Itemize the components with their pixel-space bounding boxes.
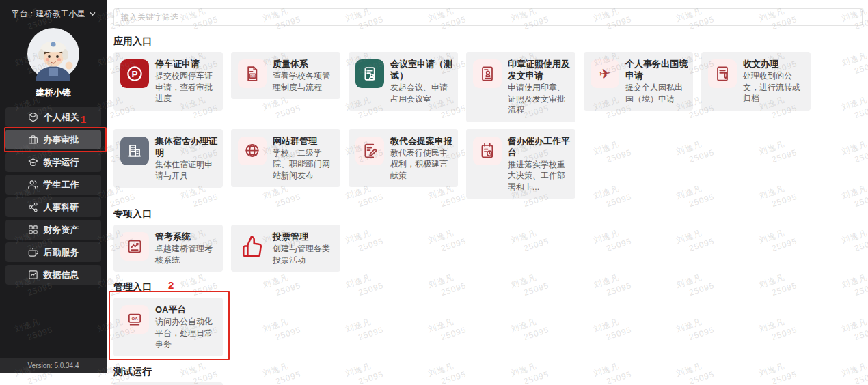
card-title: 质量体系	[273, 58, 336, 70]
main-content: 应用入口P停车证申请提交校园停车证申请，查看审批进度ISO质量体系查看学校各项管…	[107, 0, 868, 385]
stamp-icon	[473, 59, 502, 88]
card-desc: 学校、二级学院、职能部门网站新闻发布	[273, 147, 336, 182]
iso-icon: ISO	[238, 59, 267, 88]
sidebar-item-approval[interactable]: 办事审批1	[5, 130, 101, 149]
app-card-oa-platform[interactable]: OAOA平台访问办公自动化平台，处理日常事务	[113, 298, 223, 356]
sidebar-item-personal[interactable]: 个人相关	[5, 107, 101, 127]
app-card-vote-management[interactable]: 投票管理创建与管理各类投票活动	[231, 225, 340, 272]
grid-icon	[28, 225, 38, 235]
plane-icon: ✈	[591, 59, 619, 88]
app-card-assessment-system[interactable]: 管考系统卓越建桥管理考核系统	[113, 225, 223, 272]
card-desc: 访问办公自动化平台，处理日常事务	[155, 316, 219, 350]
sidebar: 平台：建桥教工小星	[0, 0, 107, 373]
supervise-icon	[473, 137, 502, 165]
sidebar-item-finance[interactable]: 财务资产	[5, 220, 101, 240]
app-card-incoming-docs[interactable]: 收文办理处理收到的公文，进行流转或归档	[701, 52, 811, 111]
card-desc: 提交校园停车证申请，查看审批进度	[155, 70, 219, 104]
globe-icon: SJU	[238, 137, 267, 165]
vote-icon	[238, 232, 267, 261]
chart-icon	[28, 270, 38, 280]
sections-container: 应用入口P停车证申请提交校园停车证申请，查看审批进度ISO质量体系查看学校各项管…	[113, 35, 863, 385]
sidebar-item-label: 数据信息	[44, 269, 79, 281]
card-desc: 卓越建桥管理考核系统	[155, 243, 219, 266]
card-title: 网站群管理	[273, 135, 336, 147]
avatar	[26, 27, 81, 81]
user-name: 建桥小锋	[0, 87, 107, 99]
assessment-icon	[120, 232, 149, 261]
section-app-entry: 应用入口P停车证申请提交校园停车证申请，查看审批进度ISO质量体系查看学校各项管…	[113, 35, 863, 199]
card-title: 督办催办工作平台	[508, 135, 571, 158]
version-label: Version: 5.0.34.4	[0, 358, 107, 373]
receive-icon	[708, 59, 737, 88]
sidebar-menu: 个人相关办事审批1教学运行学生工作人事科研财务资产后勤服务数据信息	[0, 107, 107, 285]
card-desc: 申请使用印章、证照及发文审批流程	[508, 82, 571, 116]
app-card-website-group[interactable]: SJU网站群管理学校、二级学院、职能部门网站新闻发布	[231, 129, 340, 188]
section-title: 测试运行	[113, 366, 863, 377]
sidebar-item-data-info[interactable]: 数据信息	[5, 265, 101, 285]
card-title: 停车证申请	[155, 58, 219, 70]
app-card-parking-permit[interactable]: P停车证申请提交校园停车证申请，查看审批进度	[113, 52, 223, 111]
card-title: OA平台	[155, 304, 219, 315]
gradcap-icon	[28, 157, 38, 167]
app-card-seal-documents[interactable]: 印章证照使用及发文申请申请使用印章、证照及发文审批流程	[466, 52, 575, 122]
cube-icon	[28, 112, 38, 122]
share-icon	[28, 202, 38, 212]
section-admin-entry: 管理入口OAOA平台访问办公自动化平台，处理日常事务2	[113, 281, 863, 356]
card-desc: 处理收到的公文，进行流转或归档	[743, 70, 806, 104]
search-input[interactable]	[113, 8, 863, 26]
card-desc: 发起会议、申请占用会议室	[390, 82, 454, 104]
building-icon	[120, 137, 149, 165]
platform-selector[interactable]: 平台：建桥教工小星	[0, 0, 107, 20]
sidebar-item-label: 办事审批	[44, 134, 79, 146]
card-title: 集体宿舍办理证明	[155, 135, 219, 158]
oa-icon: OA	[120, 305, 149, 334]
card-title: 个人事务出国境申请	[625, 58, 689, 81]
sidebar-item-label: 教学运行	[44, 156, 79, 169]
card-desc: 提交个人因私出国（境）申请	[625, 82, 689, 104]
sidebar-item-hr-research[interactable]: 人事科研	[5, 197, 101, 217]
card-title: 投票管理	[273, 231, 336, 242]
chevron-down-icon	[90, 12, 96, 16]
sidebar-item-label: 个人相关	[44, 111, 79, 124]
svg-text:OA: OA	[131, 317, 138, 321]
sidebar-item-label: 学生工作	[44, 179, 79, 191]
svg-text:ISO: ISO	[250, 74, 256, 78]
card-desc: 教代表行使民主权利，积极建言献策	[390, 147, 454, 182]
app-card-dorm-certificate[interactable]: 集体宿舍办理证明集体住宿证明申请与开具	[113, 129, 223, 188]
section-title: 管理入口	[113, 281, 863, 293]
app-card-supervision[interactable]: 督办催办工作平台推进落实学校重大决策、工作部署和上...	[466, 129, 575, 199]
card-title: 会议室申请（测试）	[390, 58, 454, 81]
app-card-staff-congress[interactable]: 教代会提案申报教代表行使民主权利，积极建言献策	[349, 129, 458, 188]
card-title: 管考系统	[155, 231, 219, 242]
section-title: 应用入口	[113, 35, 863, 47]
sidebar-item-label: 后勤服务	[44, 246, 79, 259]
sidebar-item-label: 财务资产	[44, 224, 79, 236]
users-icon	[28, 180, 38, 190]
sidebar-item-student[interactable]: 学生工作	[5, 175, 101, 195]
proposal-icon	[355, 137, 384, 165]
meeting-icon	[355, 59, 384, 88]
section-test-run: 测试运行议题申报（测试）提交校长办公会议题申请	[113, 366, 863, 385]
card-title: 收文办理	[743, 58, 806, 70]
card-desc: 查看学校各项管理制度与流程	[273, 70, 336, 93]
briefcase-icon	[28, 134, 38, 145]
sidebar-item-logistics[interactable]: 后勤服务	[5, 242, 101, 262]
svg-text:✈: ✈	[599, 66, 612, 82]
app-card-overseas-travel[interactable]: ✈个人事务出国境申请提交个人因私出国（境）申请	[584, 52, 693, 111]
platform-label: 平台：建桥教工小星	[12, 8, 85, 20]
coffee-icon	[28, 247, 38, 257]
sidebar-item-label: 人事科研	[44, 201, 79, 214]
card-title: 印章证照使用及发文申请	[508, 58, 571, 81]
app-card-meeting-room[interactable]: 会议室申请（测试）发起会议、申请占用会议室	[349, 52, 458, 111]
parking-icon: P	[120, 59, 149, 88]
app-card-quality-system[interactable]: ISO质量体系查看学校各项管理制度与流程	[231, 52, 340, 99]
card-desc: 创建与管理各类投票活动	[273, 243, 336, 266]
card-title: 教代会提案申报	[390, 135, 454, 147]
app-card-topic-submission[interactable]: 议题申报（测试）提交校长办公会议题申请	[113, 382, 223, 385]
svg-text:P: P	[132, 69, 138, 79]
section-title: 专项入口	[113, 208, 863, 220]
sidebar-item-teaching[interactable]: 教学运行	[5, 152, 101, 172]
card-desc: 推进落实学校重大决策、工作部署和上...	[508, 159, 571, 193]
section-special-entry: 专项入口管考系统卓越建桥管理考核系统投票管理创建与管理各类投票活动	[113, 208, 863, 272]
svg-text:SJU: SJU	[253, 154, 258, 156]
